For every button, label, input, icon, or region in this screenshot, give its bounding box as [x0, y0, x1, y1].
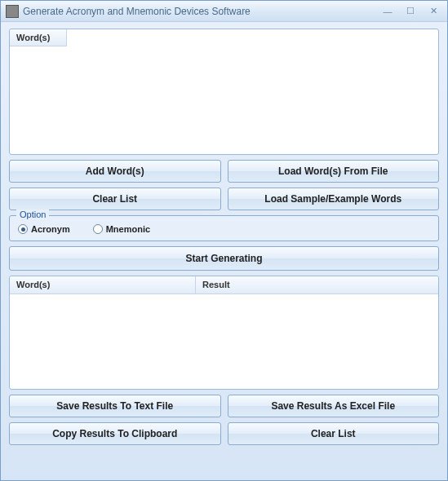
- maximize-button[interactable]: ☐: [400, 5, 421, 18]
- start-generating-button[interactable]: Start Generating: [9, 246, 439, 271]
- acronym-radio[interactable]: Acronym: [18, 224, 70, 234]
- minimize-button[interactable]: —: [377, 5, 398, 18]
- titlebar: Generate Acronym and Mnemonic Devices So…: [1, 1, 447, 22]
- load-from-file-button[interactable]: Load Word(s) From File: [228, 160, 440, 183]
- mnemonic-label: Mnemonic: [106, 224, 150, 234]
- acronym-label: Acronym: [31, 224, 70, 234]
- results-result-column-header: Result: [196, 276, 438, 294]
- add-words-button[interactable]: Add Word(s): [9, 160, 221, 183]
- results-header: Word(s) Result: [10, 276, 438, 294]
- words-column-header: Word(s): [10, 29, 67, 46]
- button-row-4: Copy Results To Clipboard Clear List: [9, 422, 439, 445]
- button-row-3: Save Results To Text File Save Results A…: [9, 395, 439, 417]
- content-area: Word(s) Add Word(s) Load Word(s) From Fi…: [1, 22, 447, 452]
- window-title: Generate Acronym and Mnemonic Devices So…: [23, 6, 375, 17]
- option-legend: Option: [16, 210, 49, 219]
- button-row-2: Clear List Load Sample/Example Words: [9, 188, 439, 210]
- app-icon: [6, 5, 19, 18]
- radio-icon: [18, 224, 28, 234]
- results-words-column-header: Word(s): [10, 276, 196, 294]
- save-text-button[interactable]: Save Results To Text File: [9, 395, 221, 417]
- clear-list-top-button[interactable]: Clear List: [9, 188, 221, 210]
- option-fieldset: Option Acronym Mnemonic: [9, 215, 439, 241]
- load-sample-button[interactable]: Load Sample/Example Words: [228, 188, 440, 210]
- main-window: Generate Acronym and Mnemonic Devices So…: [0, 0, 448, 481]
- mnemonic-radio[interactable]: Mnemonic: [93, 224, 150, 234]
- button-row-1: Add Word(s) Load Word(s) From File: [9, 160, 439, 183]
- radio-icon: [93, 224, 103, 234]
- results-panel[interactable]: Word(s) Result: [9, 276, 439, 390]
- save-excel-button[interactable]: Save Results As Excel File: [228, 395, 440, 417]
- copy-clipboard-button[interactable]: Copy Results To Clipboard: [9, 422, 221, 445]
- close-button[interactable]: ✕: [423, 5, 444, 18]
- clear-list-bottom-button[interactable]: Clear List: [228, 422, 440, 445]
- words-input-panel[interactable]: Word(s): [9, 29, 439, 155]
- option-radio-group: Acronym Mnemonic: [18, 221, 430, 234]
